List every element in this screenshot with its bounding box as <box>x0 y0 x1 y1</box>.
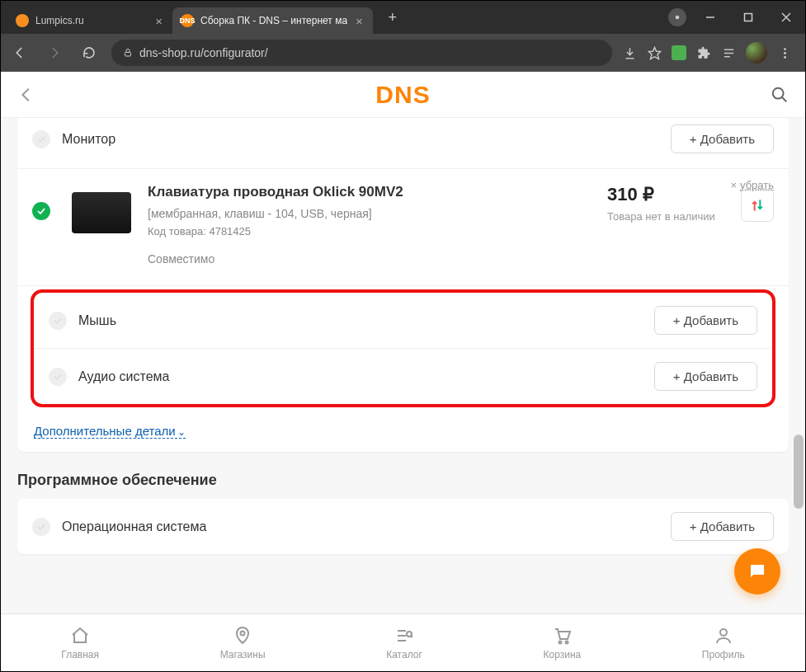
svg-point-13 <box>784 56 786 59</box>
nav-reload-button[interactable] <box>77 45 101 60</box>
extra-parts-label: Дополнительные детали <box>34 424 176 438</box>
scrollbar-thumb[interactable] <box>794 435 804 509</box>
svg-point-22 <box>559 641 562 643</box>
nav-label: Корзина <box>543 649 581 660</box>
add-mouse-button[interactable]: + Добавить <box>654 306 757 335</box>
tab-title: Сборка ПК - DNS – интернет ма <box>200 15 347 26</box>
bookmark-star-icon[interactable] <box>647 45 662 60</box>
product-spec: [мембранная, клавиш - 104, USB, черная] <box>148 207 597 220</box>
nav-catalog[interactable]: Каталог <box>386 626 422 660</box>
product-row-keyboard: × убрать Клавиатура проводная Oklick 90M… <box>17 169 789 286</box>
browser-toolbar: dns-shop.ru/configurator/ <box>1 34 805 72</box>
profile-avatar[interactable] <box>746 42 767 63</box>
page-content: DNS Монитор + Добавить × убрать <box>1 72 805 671</box>
nav-label: Каталог <box>386 649 422 660</box>
favicon-lumpics <box>16 14 29 27</box>
chat-button[interactable] <box>734 548 780 594</box>
svg-rect-5 <box>125 53 131 57</box>
nav-back-button[interactable] <box>7 45 32 60</box>
product-stock: Товара нет в наличии <box>607 210 729 223</box>
install-icon[interactable] <box>622 45 637 60</box>
location-icon <box>233 626 252 646</box>
config-card: Монитор + Добавить × убрать Клавиатура п… <box>17 118 789 452</box>
nav-shops[interactable]: Магазины <box>220 626 266 660</box>
svg-point-16 <box>241 631 245 635</box>
extensions-puzzle-icon[interactable] <box>696 45 711 60</box>
check-circle-icon <box>32 130 50 148</box>
window-close-button[interactable] <box>767 1 805 34</box>
add-audio-button[interactable]: + Добавить <box>654 362 757 391</box>
check-circle-icon <box>32 518 50 536</box>
nav-cart[interactable]: Корзина <box>543 626 581 660</box>
cart-icon <box>552 626 572 646</box>
incognito-icon <box>668 8 686 26</box>
dns-logo[interactable]: DNS <box>375 81 430 109</box>
browser-tab-dns[interactable]: DNS Сборка ПК - DNS – интернет ма × <box>172 7 373 34</box>
section-software-title: Программное обеспечение <box>1 452 805 499</box>
svg-point-14 <box>773 87 784 98</box>
home-icon <box>70 626 90 646</box>
add-monitor-button[interactable]: + Добавить <box>671 125 774 153</box>
catalog-icon <box>394 626 414 646</box>
favicon-dns: DNS <box>181 14 194 27</box>
new-tab-button[interactable]: + <box>381 6 404 29</box>
product-code: Код товара: 4781425 <box>148 225 597 237</box>
row-label: Монитор <box>62 132 115 147</box>
remove-label: убрать <box>740 179 774 191</box>
page-back-button[interactable] <box>17 86 35 104</box>
window-maximize-button[interactable] <box>729 1 767 34</box>
close-icon[interactable]: × <box>153 14 164 28</box>
check-circle-icon <box>49 368 67 386</box>
check-circle-icon <box>49 312 67 330</box>
extension-icon[interactable] <box>672 45 686 60</box>
svg-point-24 <box>720 629 727 636</box>
nav-label: Профиль <box>702 649 745 660</box>
reading-list-icon[interactable] <box>721 45 736 60</box>
profile-icon <box>714 626 733 646</box>
page-header: DNS <box>1 72 805 118</box>
nav-home[interactable]: Главная <box>61 626 99 660</box>
row-label: Мышь <box>78 313 116 328</box>
browser-tab-lumpics[interactable]: Lumpics.ru × <box>7 7 172 34</box>
svg-point-0 <box>676 16 680 20</box>
chevron-down-icon: ⌄ <box>177 426 186 438</box>
bottom-nav: Главная Магазины Каталог Корзина Профиль <box>1 613 805 671</box>
svg-line-21 <box>411 636 412 637</box>
svg-point-11 <box>784 48 786 50</box>
window-minimize-button[interactable] <box>691 1 729 34</box>
product-price: 310 ₽ <box>607 184 729 205</box>
add-os-button[interactable]: + Добавить <box>671 512 774 541</box>
svg-point-23 <box>566 641 568 643</box>
row-audio: Аудио система + Добавить <box>34 349 772 404</box>
nav-forward-button[interactable] <box>42 45 67 60</box>
close-icon: × <box>730 179 737 191</box>
remove-product-link[interactable]: × убрать <box>730 179 774 191</box>
svg-line-15 <box>782 96 787 101</box>
nav-profile[interactable]: Профиль <box>702 626 745 660</box>
software-card: Операционная система + Добавить <box>17 499 789 554</box>
svg-rect-2 <box>745 14 752 21</box>
row-mouse: Мышь + Добавить <box>34 293 772 349</box>
url-text: dns-shop.ru/configurator/ <box>139 46 268 59</box>
highlight-box: Мышь + Добавить Аудио система + Добавить <box>31 289 775 407</box>
row-label: Аудио система <box>78 369 169 384</box>
browser-menu-icon[interactable] <box>777 45 792 60</box>
nav-label: Магазины <box>220 649 266 660</box>
product-image[interactable] <box>72 192 131 233</box>
product-compat: Совместимо <box>148 252 597 266</box>
nav-label: Главная <box>61 649 99 660</box>
row-os: Операционная система + Добавить <box>17 499 789 554</box>
product-title[interactable]: Клавиатура проводная Oklick 90MV2 <box>148 184 597 200</box>
close-icon[interactable]: × <box>354 14 365 28</box>
svg-marker-7 <box>648 47 660 59</box>
svg-point-12 <box>784 52 786 54</box>
extra-parts-link-row: Дополнительные детали⌄ <box>17 411 789 452</box>
extra-parts-link[interactable]: Дополнительные детали⌄ <box>34 424 186 439</box>
browser-titlebar: Lumpics.ru × DNS Сборка ПК - DNS – интер… <box>1 1 805 34</box>
compare-button[interactable] <box>741 189 774 222</box>
address-bar[interactable]: dns-shop.ru/configurator/ <box>111 40 612 66</box>
lock-icon <box>123 48 133 58</box>
row-monitor: Монитор + Добавить <box>17 118 789 169</box>
tab-title: Lumpics.ru <box>35 15 147 26</box>
search-icon[interactable] <box>771 86 789 104</box>
